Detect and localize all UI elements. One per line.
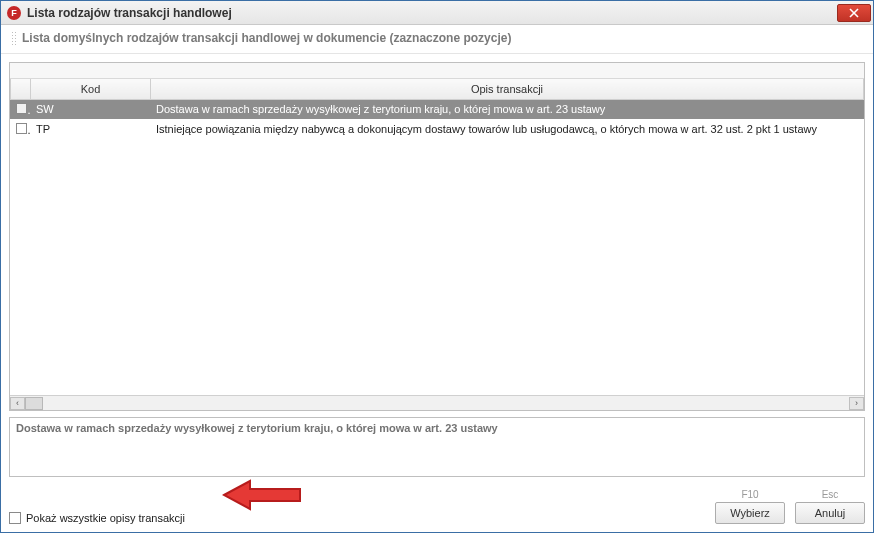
window-title: Lista rodzajów transakcji handlowej: [27, 6, 837, 20]
row-checkbox-cell[interactable]: [10, 119, 30, 139]
select-hint: F10: [741, 489, 758, 500]
app-icon: F: [7, 6, 21, 20]
row-opis: Istniejące powiązania między nabywcą a d…: [150, 119, 864, 139]
close-button[interactable]: [837, 4, 871, 22]
grid: Kod Opis transakcji SWDostawa w ramach s…: [9, 62, 865, 411]
column-header-kod[interactable]: Kod: [31, 79, 151, 99]
grid-body[interactable]: SWDostawa w ramach sprzedaży wysyłkowej …: [10, 100, 864, 396]
titlebar: F Lista rodzajów transakcji handlowej: [1, 1, 873, 25]
row-checkbox-cell[interactable]: [10, 100, 30, 120]
column-header-checkbox[interactable]: [11, 79, 31, 99]
detail-panel: Dostawa w ramach sprzedaży wysyłkowej z …: [9, 417, 865, 477]
content-area: Kod Opis transakcji SWDostawa w ramach s…: [1, 54, 873, 485]
column-header-opis[interactable]: Opis transakcji: [151, 79, 864, 99]
row-kod: SW: [30, 100, 150, 120]
scroll-left-button[interactable]: ‹: [10, 397, 25, 410]
scroll-right-button[interactable]: ›: [849, 397, 864, 410]
subheader-text: Lista domyślnych rodzajów transakcji han…: [22, 31, 511, 45]
show-all-toggle[interactable]: Pokaż wszystkie opisy transakcji: [9, 512, 705, 524]
close-icon: [849, 8, 859, 18]
grid-filter-row[interactable]: [10, 63, 864, 79]
table-row[interactable]: TPIstniejące powiązania między nabywcą a…: [10, 119, 864, 139]
grip-icon: [11, 31, 16, 45]
table-row[interactable]: SWDostawa w ramach sprzedaży wysyłkowej …: [10, 100, 864, 120]
row-kod: TP: [30, 119, 150, 139]
show-all-label: Pokaż wszystkie opisy transakcji: [26, 512, 185, 524]
scroll-thumb[interactable]: [25, 397, 43, 410]
show-all-checkbox[interactable]: [9, 512, 21, 524]
select-button[interactable]: Wybierz: [715, 502, 785, 524]
grid-header: Kod Opis transakcji: [10, 79, 864, 100]
cancel-button[interactable]: Anuluj: [795, 502, 865, 524]
row-checkbox[interactable]: [16, 103, 27, 114]
row-opis: Dostawa w ramach sprzedaży wysyłkowej z …: [150, 100, 864, 120]
detail-text: Dostawa w ramach sprzedaży wysyłkowej z …: [16, 422, 498, 434]
scroll-track[interactable]: [25, 397, 849, 410]
window-frame: F Lista rodzajów transakcji handlowej Li…: [0, 0, 874, 533]
subheader: Lista domyślnych rodzajów transakcji han…: [1, 25, 873, 54]
horizontal-scrollbar[interactable]: ‹ ›: [10, 395, 864, 410]
row-checkbox[interactable]: [16, 123, 27, 134]
cancel-hint: Esc: [822, 489, 839, 500]
footer: Pokaż wszystkie opisy transakcji F10 Wyb…: [1, 485, 873, 532]
